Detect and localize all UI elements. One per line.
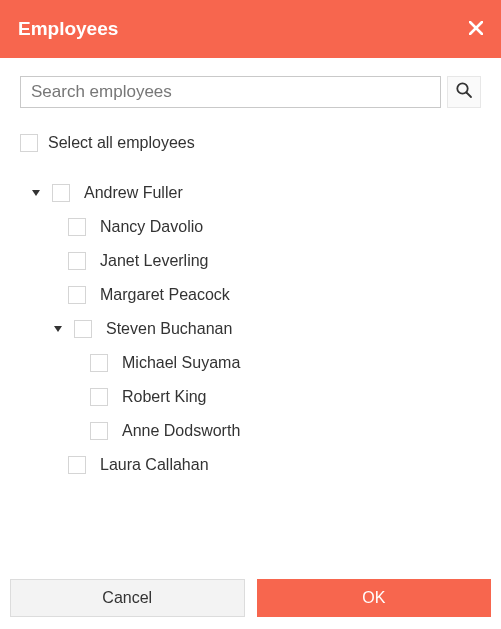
tree-node[interactable]: Nancy Davolio [20, 210, 481, 244]
select-all-label: Select all employees [48, 134, 195, 152]
tree-node-label: Janet Leverling [100, 252, 209, 270]
employee-tree: Andrew Fuller Nancy Davolio Janet Leverl… [20, 176, 481, 482]
tree-node-checkbox[interactable] [68, 218, 86, 236]
tree-node-checkbox[interactable] [52, 184, 70, 202]
ok-button[interactable]: OK [257, 579, 492, 617]
tree-node-checkbox[interactable] [90, 354, 108, 372]
tree-node-label: Nancy Davolio [100, 218, 203, 236]
search-icon [455, 81, 473, 103]
ok-button-label: OK [362, 589, 385, 607]
tree-node-label: Anne Dodsworth [122, 422, 240, 440]
expand-toggle[interactable] [48, 324, 68, 334]
close-icon[interactable] [469, 20, 483, 38]
select-all-row[interactable]: Select all employees [20, 134, 481, 152]
tree-node[interactable]: Laura Callahan [20, 448, 481, 482]
dialog-footer: Cancel OK [0, 569, 501, 629]
tree-node-checkbox[interactable] [68, 252, 86, 270]
tree-node-checkbox[interactable] [68, 286, 86, 304]
tree-node[interactable]: Janet Leverling [20, 244, 481, 278]
tree-node-checkbox[interactable] [68, 456, 86, 474]
tree-node-label: Laura Callahan [100, 456, 209, 474]
dialog-header: Employees [0, 0, 501, 58]
cancel-button-label: Cancel [102, 589, 152, 607]
svg-line-3 [467, 93, 472, 98]
dialog-content: Select all employees Andrew Fuller Nancy… [0, 58, 501, 569]
tree-node-checkbox[interactable] [90, 388, 108, 406]
tree-node-checkbox[interactable] [90, 422, 108, 440]
search-button[interactable] [447, 76, 481, 108]
select-all-checkbox[interactable] [20, 134, 38, 152]
tree-node-label: Robert King [122, 388, 207, 406]
expand-toggle[interactable] [26, 188, 46, 198]
tree-node[interactable]: Steven Buchanan [20, 312, 481, 346]
tree-node[interactable]: Michael Suyama [20, 346, 481, 380]
search-row [20, 76, 481, 108]
tree-node-checkbox[interactable] [74, 320, 92, 338]
chevron-down-icon [31, 188, 41, 198]
tree-node[interactable]: Anne Dodsworth [20, 414, 481, 448]
tree-node-label: Andrew Fuller [84, 184, 183, 202]
search-input[interactable] [20, 76, 441, 108]
tree-node-label: Margaret Peacock [100, 286, 230, 304]
chevron-down-icon [53, 324, 63, 334]
cancel-button[interactable]: Cancel [10, 579, 245, 617]
tree-node-label: Michael Suyama [122, 354, 240, 372]
dialog-title: Employees [18, 18, 118, 40]
tree-node[interactable]: Andrew Fuller [20, 176, 481, 210]
svg-marker-4 [32, 190, 40, 196]
tree-node[interactable]: Robert King [20, 380, 481, 414]
tree-node[interactable]: Margaret Peacock [20, 278, 481, 312]
svg-marker-5 [54, 326, 62, 332]
tree-node-label: Steven Buchanan [106, 320, 232, 338]
